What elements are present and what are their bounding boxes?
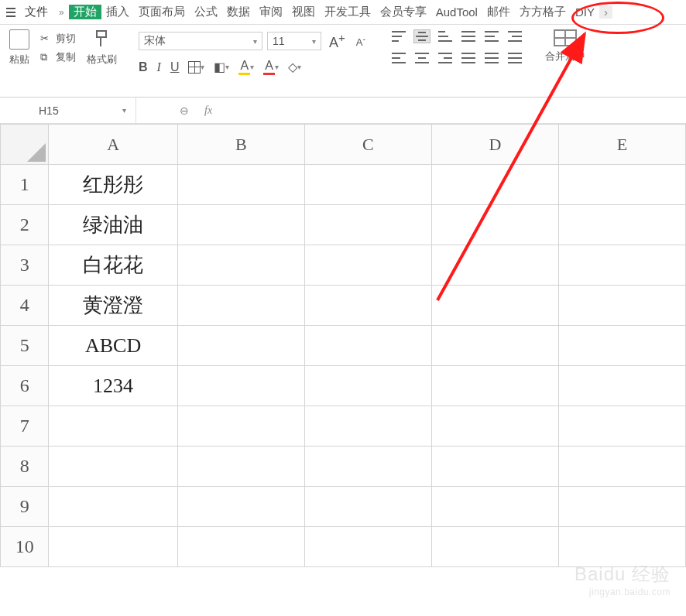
- hamburger-icon[interactable]: [3, 8, 19, 17]
- col-header-C[interactable]: C: [304, 125, 431, 165]
- cell[interactable]: [304, 326, 431, 366]
- align-middle-button[interactable]: [413, 29, 430, 43]
- cell[interactable]: [558, 205, 685, 245]
- cell[interactable]: [304, 165, 431, 205]
- format-painter-button[interactable]: 格式刷: [87, 29, 117, 67]
- cell[interactable]: [558, 286, 685, 326]
- cell[interactable]: [304, 205, 431, 245]
- tab-view[interactable]: 视图: [287, 5, 320, 19]
- decrease-font-button[interactable]: A-: [353, 33, 369, 50]
- name-box[interactable]: H15 ▾: [0, 98, 136, 123]
- cell[interactable]: [304, 366, 431, 406]
- row-header[interactable]: 6: [1, 366, 49, 406]
- wrap-text-button[interactable]: [460, 29, 477, 43]
- cell[interactable]: [558, 326, 685, 366]
- eraser-button[interactable]: ◇▾: [288, 60, 301, 74]
- cell[interactable]: [304, 527, 431, 567]
- underline-button[interactable]: U: [170, 60, 180, 74]
- cell[interactable]: [431, 286, 558, 326]
- cell[interactable]: [558, 245, 685, 286]
- row-header[interactable]: 5: [1, 326, 49, 366]
- row-header[interactable]: 10: [1, 527, 49, 567]
- tab-member[interactable]: 会员专享: [376, 5, 431, 19]
- cell[interactable]: [177, 527, 304, 567]
- font-name-select[interactable]: 宋体 ▾: [139, 32, 262, 50]
- align-left-button[interactable]: [390, 51, 407, 65]
- row-header[interactable]: 4: [1, 286, 49, 326]
- cell[interactable]: [49, 527, 177, 567]
- row-header[interactable]: 3: [1, 245, 49, 286]
- cell[interactable]: [558, 406, 685, 447]
- align-right-button[interactable]: [437, 51, 454, 65]
- decrease-indent-button[interactable]: [483, 29, 500, 43]
- zoom-out-icon[interactable]: ⊖: [180, 104, 189, 117]
- justify-button[interactable]: [460, 51, 477, 65]
- cell-A1[interactable]: 红彤彤: [49, 165, 177, 205]
- bold-button[interactable]: B: [139, 60, 148, 74]
- cell-A3[interactable]: 白花花: [49, 245, 177, 286]
- cell[interactable]: [558, 447, 685, 487]
- paste-button[interactable]: 粘贴: [9, 29, 29, 67]
- tab-data[interactable]: 数据: [222, 5, 255, 19]
- cell[interactable]: [177, 487, 304, 527]
- copy-button[interactable]: ⧉ 复制: [40, 50, 76, 64]
- cell[interactable]: [177, 366, 304, 406]
- increase-indent-button[interactable]: [506, 29, 523, 43]
- tab-mail[interactable]: 邮件: [482, 5, 515, 19]
- col-header-A[interactable]: A: [49, 125, 177, 165]
- cell[interactable]: [177, 406, 304, 447]
- align-bottom-button[interactable]: [437, 29, 454, 43]
- tab-start[interactable]: 开始: [69, 5, 101, 19]
- formula-input[interactable]: [228, 104, 537, 116]
- align-top-button[interactable]: [390, 29, 407, 43]
- tab-overflow-right-icon[interactable]: ›: [599, 5, 612, 19]
- cell[interactable]: [558, 366, 685, 406]
- row-header[interactable]: 7: [1, 406, 49, 447]
- cell[interactable]: [177, 447, 304, 487]
- cell[interactable]: [177, 205, 304, 245]
- spreadsheet-grid[interactable]: A B C D E 1红彤彤 2绿油油 3白花花 4黄澄澄 5ABCD 6123…: [0, 124, 686, 567]
- row-header[interactable]: 9: [1, 487, 49, 527]
- italic-button[interactable]: I: [157, 60, 161, 74]
- tab-review[interactable]: 审阅: [255, 5, 287, 19]
- tab-devtools[interactable]: 开发工具: [320, 5, 376, 19]
- cell[interactable]: [431, 447, 558, 487]
- cell[interactable]: [431, 527, 558, 567]
- cell[interactable]: [304, 447, 431, 487]
- cell[interactable]: [431, 487, 558, 527]
- cell[interactable]: [431, 406, 558, 447]
- cell[interactable]: [304, 487, 431, 527]
- cell[interactable]: [304, 245, 431, 286]
- cell[interactable]: [431, 245, 558, 286]
- cell[interactable]: [558, 165, 685, 205]
- fx-icon[interactable]: fx: [204, 104, 212, 117]
- cell[interactable]: [49, 487, 177, 527]
- cell[interactable]: [177, 165, 304, 205]
- row-header[interactable]: 8: [1, 447, 49, 487]
- cell[interactable]: [431, 165, 558, 205]
- col-header-D[interactable]: D: [431, 125, 558, 165]
- cell[interactable]: [177, 326, 304, 366]
- merge-center-button[interactable]: 合并居中: [545, 29, 585, 63]
- cell-A6[interactable]: 1234: [49, 366, 177, 406]
- borders-button[interactable]: ▾: [188, 61, 204, 74]
- font-size-select[interactable]: 11 ▾: [267, 32, 321, 50]
- tab-page-layout[interactable]: 页面布局: [134, 5, 190, 19]
- highlight-button[interactable]: A▾: [238, 59, 254, 75]
- tab-audtool[interactable]: AudTool: [431, 5, 482, 19]
- cell-A4[interactable]: 黄澄澄: [49, 286, 177, 326]
- file-menu[interactable]: 文件: [19, 5, 54, 19]
- tab-overflow-left-icon[interactable]: »: [54, 7, 69, 18]
- align-center-button[interactable]: [413, 51, 430, 65]
- increase-font-button[interactable]: A+: [326, 29, 348, 53]
- row-header[interactable]: 2: [1, 205, 49, 245]
- tab-diy[interactable]: DIY: [571, 5, 599, 19]
- cell[interactable]: [304, 286, 431, 326]
- cell-A5[interactable]: ABCD: [49, 326, 177, 366]
- cell[interactable]: [49, 447, 177, 487]
- distribute-button[interactable]: [506, 51, 523, 65]
- cell[interactable]: [431, 205, 558, 245]
- cell[interactable]: [177, 245, 304, 286]
- tab-formula[interactable]: 公式: [190, 5, 222, 19]
- cell[interactable]: [304, 406, 431, 447]
